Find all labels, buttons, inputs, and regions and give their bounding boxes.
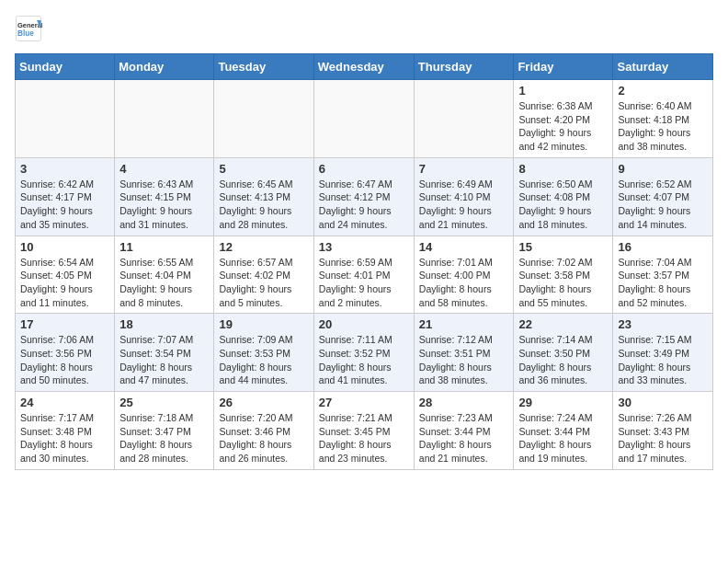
logo-icon: General Blue: [15, 15, 42, 42]
day-cell: 10Sunrise: 6:54 AM Sunset: 4:05 PM Dayli…: [16, 236, 115, 314]
calendar: SundayMondayTuesdayWednesdayThursdayFrid…: [15, 53, 713, 470]
col-header-tuesday: Tuesday: [214, 54, 313, 80]
calendar-header-row: SundayMondayTuesdayWednesdayThursdayFrid…: [16, 54, 713, 80]
day-info: Sunrise: 7:26 AM Sunset: 3:43 PM Dayligh…: [618, 412, 691, 464]
day-cell: 1Sunrise: 6:38 AM Sunset: 4:20 PM Daylig…: [514, 80, 613, 158]
col-header-sunday: Sunday: [16, 54, 115, 80]
day-cell: 29Sunrise: 7:24 AM Sunset: 3:44 PM Dayli…: [514, 392, 613, 470]
day-info: Sunrise: 6:49 AM Sunset: 4:10 PM Dayligh…: [419, 178, 493, 230]
day-cell: 23Sunrise: 7:15 AM Sunset: 3:49 PM Dayli…: [613, 314, 713, 392]
day-info: Sunrise: 7:07 AM Sunset: 3:54 PM Dayligh…: [119, 334, 193, 385]
day-cell: [414, 80, 514, 158]
logo: General Blue: [15, 15, 42, 42]
day-info: Sunrise: 7:09 AM Sunset: 3:53 PM Dayligh…: [219, 334, 292, 385]
day-number: 1: [518, 84, 608, 98]
day-number: 26: [219, 396, 308, 409]
day-info: Sunrise: 7:15 AM Sunset: 3:49 PM Dayligh…: [618, 334, 691, 385]
day-cell: 19Sunrise: 7:09 AM Sunset: 3:53 PM Dayli…: [214, 314, 313, 392]
day-cell: 17Sunrise: 7:06 AM Sunset: 3:56 PM Dayli…: [16, 314, 115, 392]
day-info: Sunrise: 7:04 AM Sunset: 3:57 PM Dayligh…: [618, 257, 691, 308]
day-cell: 8Sunrise: 6:50 AM Sunset: 4:08 PM Daylig…: [514, 157, 613, 236]
day-info: Sunrise: 6:45 AM Sunset: 4:13 PM Dayligh…: [219, 178, 292, 230]
day-cell: 18Sunrise: 7:07 AM Sunset: 3:54 PM Dayli…: [115, 314, 214, 392]
day-info: Sunrise: 6:50 AM Sunset: 4:08 PM Dayligh…: [518, 178, 592, 230]
day-info: Sunrise: 7:02 AM Sunset: 3:58 PM Dayligh…: [518, 257, 592, 308]
day-number: 27: [319, 396, 409, 409]
day-info: Sunrise: 6:42 AM Sunset: 4:17 PM Dayligh…: [20, 178, 94, 230]
day-info: Sunrise: 7:01 AM Sunset: 4:00 PM Dayligh…: [419, 257, 493, 308]
day-info: Sunrise: 6:54 AM Sunset: 4:05 PM Dayligh…: [20, 257, 94, 308]
day-info: Sunrise: 6:57 AM Sunset: 4:02 PM Dayligh…: [219, 257, 292, 308]
day-number: 15: [518, 240, 608, 254]
day-number: 21: [419, 317, 509, 331]
day-number: 12: [219, 240, 308, 254]
day-cell: 30Sunrise: 7:26 AM Sunset: 3:43 PM Dayli…: [613, 392, 713, 470]
day-cell: 13Sunrise: 6:59 AM Sunset: 4:01 PM Dayli…: [313, 236, 414, 314]
day-number: 4: [119, 162, 209, 176]
day-cell: 14Sunrise: 7:01 AM Sunset: 4:00 PM Dayli…: [414, 236, 514, 314]
day-cell: 20Sunrise: 7:11 AM Sunset: 3:52 PM Dayli…: [313, 314, 414, 392]
day-number: 8: [518, 162, 608, 176]
day-info: Sunrise: 7:06 AM Sunset: 3:56 PM Dayligh…: [20, 334, 94, 385]
day-number: 18: [119, 317, 209, 331]
day-number: 17: [20, 317, 109, 331]
day-number: 24: [20, 396, 109, 409]
day-number: 20: [319, 317, 409, 331]
day-number: 30: [618, 396, 708, 409]
day-cell: 26Sunrise: 7:20 AM Sunset: 3:46 PM Dayli…: [214, 392, 313, 470]
week-row-2: 3Sunrise: 6:42 AM Sunset: 4:17 PM Daylig…: [16, 157, 713, 236]
day-cell: 9Sunrise: 6:52 AM Sunset: 4:07 PM Daylig…: [613, 157, 713, 236]
day-cell: 21Sunrise: 7:12 AM Sunset: 3:51 PM Dayli…: [414, 314, 514, 392]
day-cell: 27Sunrise: 7:21 AM Sunset: 3:45 PM Dayli…: [313, 392, 414, 470]
day-number: 25: [119, 396, 209, 409]
day-number: 6: [319, 162, 409, 176]
col-header-monday: Monday: [115, 54, 214, 80]
week-row-4: 17Sunrise: 7:06 AM Sunset: 3:56 PM Dayli…: [16, 314, 713, 392]
day-cell: [115, 80, 214, 158]
day-info: Sunrise: 6:43 AM Sunset: 4:15 PM Dayligh…: [119, 178, 193, 230]
day-info: Sunrise: 6:59 AM Sunset: 4:01 PM Dayligh…: [319, 257, 392, 308]
day-info: Sunrise: 7:17 AM Sunset: 3:48 PM Dayligh…: [20, 412, 94, 464]
day-number: 28: [419, 396, 509, 409]
day-cell: 4Sunrise: 6:43 AM Sunset: 4:15 PM Daylig…: [115, 157, 214, 236]
day-number: 23: [618, 317, 708, 331]
day-number: 2: [618, 84, 708, 98]
week-row-1: 1Sunrise: 6:38 AM Sunset: 4:20 PM Daylig…: [16, 80, 713, 158]
day-number: 22: [518, 317, 608, 331]
day-number: 16: [618, 240, 708, 254]
day-number: 29: [518, 396, 608, 409]
day-cell: 24Sunrise: 7:17 AM Sunset: 3:48 PM Dayli…: [16, 392, 115, 470]
week-row-3: 10Sunrise: 6:54 AM Sunset: 4:05 PM Dayli…: [16, 236, 713, 314]
week-row-5: 24Sunrise: 7:17 AM Sunset: 3:48 PM Dayli…: [16, 392, 713, 470]
col-header-friday: Friday: [514, 54, 613, 80]
day-cell: 11Sunrise: 6:55 AM Sunset: 4:04 PM Dayli…: [115, 236, 214, 314]
day-cell: [214, 80, 313, 158]
day-cell: 25Sunrise: 7:18 AM Sunset: 3:47 PM Dayli…: [115, 392, 214, 470]
day-number: 19: [219, 317, 308, 331]
col-header-wednesday: Wednesday: [313, 54, 414, 80]
col-header-saturday: Saturday: [613, 54, 713, 80]
day-info: Sunrise: 7:11 AM Sunset: 3:52 PM Dayligh…: [319, 334, 392, 385]
day-info: Sunrise: 6:40 AM Sunset: 4:18 PM Dayligh…: [618, 100, 691, 152]
day-number: 11: [119, 240, 209, 254]
day-cell: 5Sunrise: 6:45 AM Sunset: 4:13 PM Daylig…: [214, 157, 313, 236]
header: General Blue: [15, 15, 713, 42]
day-cell: 22Sunrise: 7:14 AM Sunset: 3:50 PM Dayli…: [514, 314, 613, 392]
day-cell: 2Sunrise: 6:40 AM Sunset: 4:18 PM Daylig…: [613, 80, 713, 158]
day-cell: 7Sunrise: 6:49 AM Sunset: 4:10 PM Daylig…: [414, 157, 514, 236]
day-info: Sunrise: 7:20 AM Sunset: 3:46 PM Dayligh…: [219, 412, 292, 464]
day-cell: 6Sunrise: 6:47 AM Sunset: 4:12 PM Daylig…: [313, 157, 414, 236]
day-info: Sunrise: 7:12 AM Sunset: 3:51 PM Dayligh…: [419, 334, 493, 385]
day-cell: 12Sunrise: 6:57 AM Sunset: 4:02 PM Dayli…: [214, 236, 313, 314]
day-info: Sunrise: 6:52 AM Sunset: 4:07 PM Dayligh…: [618, 178, 691, 230]
day-cell: [313, 80, 414, 158]
day-info: Sunrise: 7:18 AM Sunset: 3:47 PM Dayligh…: [119, 412, 193, 464]
day-number: 9: [618, 162, 708, 176]
day-info: Sunrise: 7:23 AM Sunset: 3:44 PM Dayligh…: [419, 412, 493, 464]
day-info: Sunrise: 7:21 AM Sunset: 3:45 PM Dayligh…: [319, 412, 392, 464]
day-number: 7: [419, 162, 509, 176]
svg-text:Blue: Blue: [17, 29, 34, 38]
day-number: 5: [219, 162, 308, 176]
day-cell: 3Sunrise: 6:42 AM Sunset: 4:17 PM Daylig…: [16, 157, 115, 236]
day-cell: 15Sunrise: 7:02 AM Sunset: 3:58 PM Dayli…: [514, 236, 613, 314]
